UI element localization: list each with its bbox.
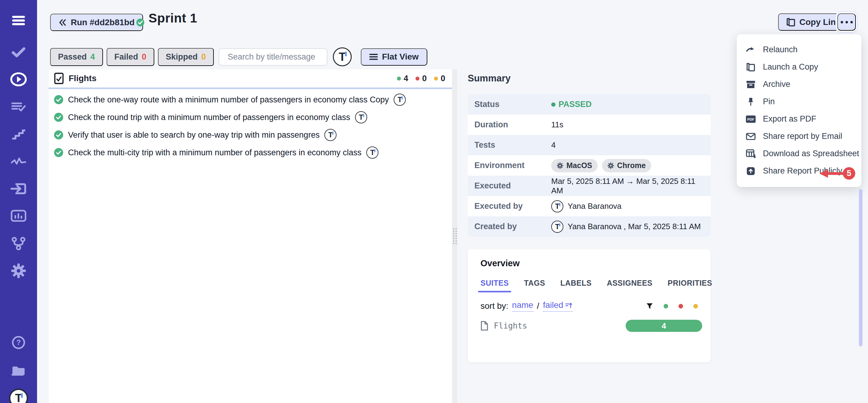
app-logo-icon[interactable]: T (333, 48, 352, 66)
summary-heading: Summary (468, 73, 510, 84)
suite-name: Flights (69, 74, 97, 83)
menu-item-pin[interactable]: Pin (737, 93, 861, 110)
help-icon[interactable]: ? (0, 336, 37, 349)
flat-view-button[interactable]: Flat View (361, 48, 427, 66)
summary-row-created-by: Created by TYana Baranova , Mar 5, 2025 … (468, 217, 711, 237)
copy-link-label: Copy Link (799, 17, 840, 27)
reporter-avatar-icon[interactable]: T (324, 129, 337, 141)
search-box[interactable] (219, 48, 328, 66)
search-input[interactable] (228, 52, 335, 62)
reporter-avatar-icon[interactable]: T (394, 94, 406, 106)
duration-value: 11s (551, 120, 563, 129)
menu-item-share-email[interactable]: Share report by Email (737, 128, 861, 145)
reporter-avatar-icon[interactable]: T (355, 111, 367, 123)
share-public-icon (745, 167, 756, 175)
test-row[interactable]: Check the round trip with a minimum numb… (49, 109, 452, 126)
annotation-arrow-icon (819, 168, 844, 179)
tests-panel: Flights 4 0 0 Check the one-way route wi… (49, 69, 452, 403)
pin-icon (745, 97, 756, 106)
user-avatar-icon: T (551, 200, 563, 212)
svg-text:PDF: PDF (747, 118, 754, 121)
analytics-icon[interactable] (0, 155, 37, 168)
test-row[interactable]: Verify that user is able to search by on… (49, 126, 452, 144)
legend-skipped-dot[interactable] (693, 304, 698, 309)
passed-label: Passed (58, 52, 87, 62)
menu-icon[interactable] (0, 14, 37, 27)
test-title: Check the round trip with a minimum numb… (68, 113, 350, 122)
failed-dot (415, 77, 420, 81)
skipped-label: Skipped (166, 52, 198, 62)
filter-passed-button[interactable]: Passed 4 (50, 48, 103, 66)
more-actions-dropdown: Relaunch Launch a Copy Archive Pin PDF E… (737, 34, 861, 187)
summary-row-duration: Duration 11s (468, 115, 711, 135)
suite-passed-count: 4 (404, 74, 408, 83)
passed-dot (397, 77, 401, 81)
test-passed-icon (54, 148, 63, 157)
sort-by-name-link[interactable]: name (512, 300, 533, 312)
projects-folder-icon[interactable] (0, 364, 37, 377)
test-title: Check the multi-city trip with a minimum… (68, 148, 362, 157)
tab-assignees[interactable]: ASSIGNEES (607, 279, 652, 292)
environment-pill[interactable]: MacOS (551, 159, 598, 172)
executed-by-value: Yana Baranova (568, 202, 621, 211)
summary-row-status: Status PASSED (468, 94, 711, 115)
legend-passed-dot[interactable] (663, 304, 668, 309)
menu-item-relaunch[interactable]: Relaunch (737, 41, 861, 58)
run-id-label: Run #dd2b81bd (71, 18, 134, 27)
test-row[interactable]: Check the multi-city trip with a minimum… (49, 144, 452, 162)
sort-ascending-icon (565, 301, 572, 309)
skipped-dot (434, 77, 438, 81)
panel-splitter[interactable] (452, 69, 457, 403)
menu-item-archive[interactable]: Archive (737, 76, 861, 93)
scrollbar-thumb[interactable] (859, 189, 863, 346)
runs-icon[interactable] (0, 72, 37, 87)
steps-icon[interactable] (0, 128, 37, 140)
skipped-count: 0 (202, 52, 206, 62)
summary-row-tests: Tests 4 (468, 135, 711, 155)
tests-icon[interactable] (0, 46, 37, 59)
suite-skipped-count: 0 (441, 74, 445, 83)
more-actions-button[interactable] (837, 13, 856, 31)
menu-item-label: Download as Spreadsheet (763, 149, 859, 159)
duration-label: Duration (474, 120, 551, 129)
tab-tags[interactable]: TAGS (524, 279, 545, 292)
tab-priorities[interactable]: PRIORITIES (668, 279, 712, 292)
created-by-label: Created by (474, 222, 551, 231)
relaunch-icon (745, 46, 756, 54)
tab-labels[interactable]: LABELS (560, 279, 592, 292)
filter-funnel-icon[interactable] (646, 303, 653, 310)
test-row[interactable]: Check the one-way route with a minimum n… (49, 91, 452, 109)
executed-by-label: Executed by (474, 202, 551, 211)
suite-counts: 4 0 0 (397, 74, 446, 83)
reporter-avatar-icon[interactable]: T (366, 146, 378, 159)
tab-suites[interactable]: SUITES (480, 279, 509, 292)
failed-count: 0 (142, 52, 146, 62)
overview-suite-row[interactable]: Flights 4 (480, 321, 698, 331)
reports-icon[interactable] (0, 209, 37, 223)
imports-icon[interactable] (0, 182, 37, 196)
menu-item-label: Relaunch (763, 45, 798, 54)
legend-failed-dot[interactable] (679, 304, 683, 309)
filter-skipped-button[interactable]: Skipped 0 (158, 48, 214, 66)
back-to-run-button[interactable]: Run #dd2b81bd (50, 14, 143, 31)
double-chevron-left-icon (59, 19, 66, 26)
passed-count: 4 (91, 52, 95, 62)
user-avatar[interactable]: T (0, 388, 37, 403)
spreadsheet-icon (745, 149, 756, 159)
menu-item-download-spreadsheet[interactable]: Download as Spreadsheet (737, 145, 861, 162)
menu-item-label: Launch a Copy (763, 62, 818, 72)
suite-failed-count: 0 (422, 74, 427, 83)
menu-item-export-pdf[interactable]: PDF Export as PDF (737, 110, 861, 128)
menu-item-label: Archive (763, 80, 790, 89)
settings-gear-icon[interactable] (0, 263, 37, 279)
list-view-icon (369, 53, 378, 60)
environment-pill[interactable]: Chrome (602, 159, 651, 172)
test-plans-icon[interactable] (0, 100, 37, 114)
gear-icon (608, 162, 614, 169)
branches-icon[interactable] (0, 236, 37, 251)
suite-header[interactable]: Flights 4 0 0 (49, 69, 452, 88)
menu-item-launch-copy[interactable]: Launch a Copy (737, 58, 861, 76)
suite-document-icon (54, 73, 64, 84)
sort-by-failed-link[interactable]: failed (543, 300, 572, 312)
filter-failed-button[interactable]: Failed 0 (106, 48, 154, 66)
